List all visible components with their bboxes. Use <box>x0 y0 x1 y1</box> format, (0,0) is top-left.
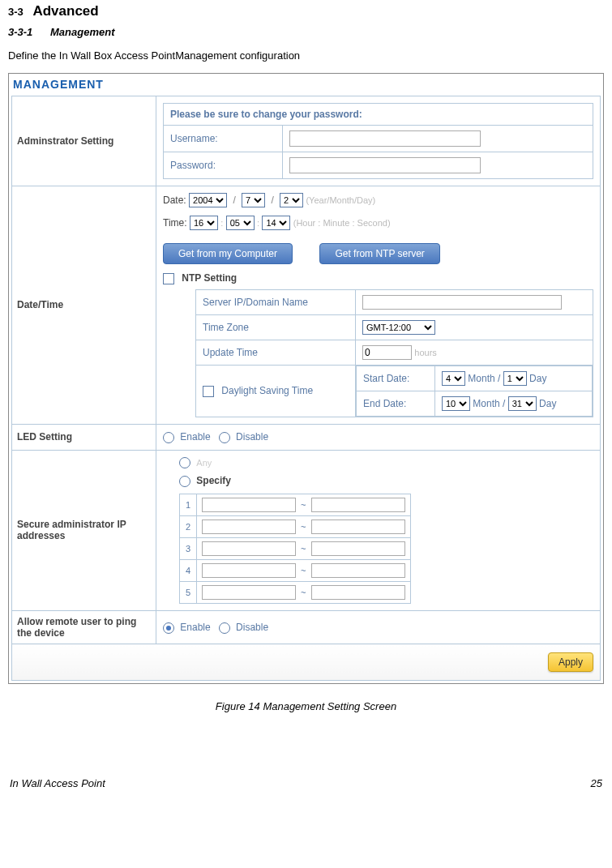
update-time-label: Update Time <box>196 340 356 365</box>
ip-from-2[interactable] <box>202 520 296 534</box>
ping-disable-radio[interactable] <box>219 622 230 634</box>
dst-end-month-select[interactable]: 10 <box>442 396 470 411</box>
ntp-setting-label: NTP Setting <box>182 272 237 284</box>
dst-day-word-2: Day <box>539 398 556 409</box>
dst-end-day-select[interactable]: 31 <box>508 396 537 411</box>
ping-enable-radio[interactable] <box>163 622 174 634</box>
led-enable-label: Enable <box>180 431 210 443</box>
secure-ip-specify-label: Specify <box>196 475 231 486</box>
year-select[interactable]: 2004 <box>189 193 227 207</box>
secure-ip-table: 1 ~ 2 ~ 3 ~ 4 ~ 5 ~ <box>179 494 411 604</box>
panel-title: MANAGEMENT <box>11 76 601 96</box>
get-from-computer-button[interactable]: Get from my Computer <box>163 243 293 264</box>
day-select[interactable]: 2 <box>280 193 303 207</box>
led-enable-radio[interactable] <box>163 432 174 443</box>
timezone-label: Time Zone <box>196 314 356 340</box>
subsection-heading: 3-3-1 Management <box>8 26 604 38</box>
date-hint: (Year/Month/Day) <box>306 195 375 205</box>
username-label: Username: <box>164 126 283 152</box>
ip-row-num-1: 1 <box>180 494 197 516</box>
secure-ip-row-label: Secure administrator IP addresses <box>12 450 156 611</box>
time-label: Time: <box>163 217 187 229</box>
ip-to-1[interactable] <box>311 498 405 512</box>
update-time-input[interactable] <box>362 345 412 360</box>
ip-row-num-3: 3 <box>180 538 197 560</box>
password-prompt: Please be sure to change your password: <box>164 104 593 126</box>
section-heading: 3-3 Advanced <box>8 3 604 19</box>
dst-start-day-select[interactable]: 1 <box>503 371 527 386</box>
ping-enable-label: Enable <box>180 622 210 633</box>
section-number: 3-3 <box>8 6 24 18</box>
dst-month-word-1: Month <box>468 373 494 384</box>
password-input[interactable] <box>289 157 481 173</box>
ntp-server-input[interactable] <box>362 295 562 310</box>
dst-month-word-2: Month <box>473 398 499 409</box>
dst-day-word-1: Day <box>529 373 546 384</box>
month-select[interactable]: 7 <box>242 193 265 207</box>
dst-start-label: Start Date: <box>357 366 435 391</box>
page-footer: In Wall Access Point 25 <box>8 777 604 789</box>
ntp-setting-checkbox[interactable] <box>163 273 174 284</box>
secure-ip-any-label: Any <box>196 458 212 468</box>
ip-to-2[interactable] <box>311 520 405 534</box>
ping-disable-label: Disable <box>236 622 268 633</box>
timezone-select[interactable]: GMT-12:00 <box>362 320 435 335</box>
ip-row-num-2: 2 <box>180 516 197 538</box>
password-label: Password: <box>164 152 283 179</box>
minute-select[interactable]: 05 <box>226 216 255 230</box>
figure-caption: Figure 14 Management Setting Screen <box>8 700 604 712</box>
allow-ping-label: Allow remote user to ping the device <box>12 611 156 644</box>
management-panel: MANAGEMENT Adminstrator Setting Please b… <box>8 73 604 684</box>
led-disable-label: Disable <box>236 431 268 443</box>
secure-ip-specify-radio[interactable] <box>179 476 190 487</box>
hour-select[interactable]: 16 <box>190 216 218 230</box>
username-input[interactable] <box>289 130 481 147</box>
led-disable-radio[interactable] <box>219 432 230 443</box>
ntp-server-label: Server IP/Domain Name <box>196 289 356 314</box>
ip-from-4[interactable] <box>202 563 296 578</box>
subsection-number: 3-3-1 <box>8 26 32 38</box>
dst-start-month-select[interactable]: 4 <box>442 371 465 386</box>
settings-table: Adminstrator Setting Please be sure to c… <box>11 96 601 681</box>
ip-to-5[interactable] <box>311 585 405 600</box>
administrator-setting-label: Adminstrator Setting <box>12 96 156 186</box>
datetime-label: Date/Time <box>12 186 156 425</box>
footer-page-number: 25 <box>591 777 602 789</box>
section-title: Advanced <box>32 3 98 19</box>
ip-from-3[interactable] <box>202 541 296 556</box>
footer-title: In Wall Access Point <box>10 777 105 789</box>
led-setting-label: LED Setting <box>12 424 156 450</box>
ip-to-4[interactable] <box>311 563 405 578</box>
ip-from-5[interactable] <box>202 585 296 600</box>
second-select[interactable]: 14 <box>262 216 290 230</box>
get-from-ntp-button[interactable]: Get from NTP server <box>319 243 439 264</box>
secure-ip-any-radio[interactable] <box>179 457 190 468</box>
date-label: Date: <box>163 195 186 206</box>
ip-row-num-4: 4 <box>180 560 197 582</box>
time-hint: (Hour : Minute : Second) <box>293 218 391 228</box>
ip-to-3[interactable] <box>311 541 405 556</box>
update-time-unit: hours <box>414 348 437 357</box>
ip-from-1[interactable] <box>202 498 296 512</box>
dst-checkbox[interactable] <box>203 386 214 397</box>
dst-label: Daylight Saving Time <box>221 385 313 396</box>
ip-row-num-5: 5 <box>180 582 197 604</box>
intro-text: Define the In Wall Box Access PointManag… <box>8 49 604 62</box>
dst-end-label: End Date: <box>357 391 435 416</box>
subsection-title: Management <box>50 26 114 38</box>
apply-button[interactable]: Apply <box>548 652 593 672</box>
